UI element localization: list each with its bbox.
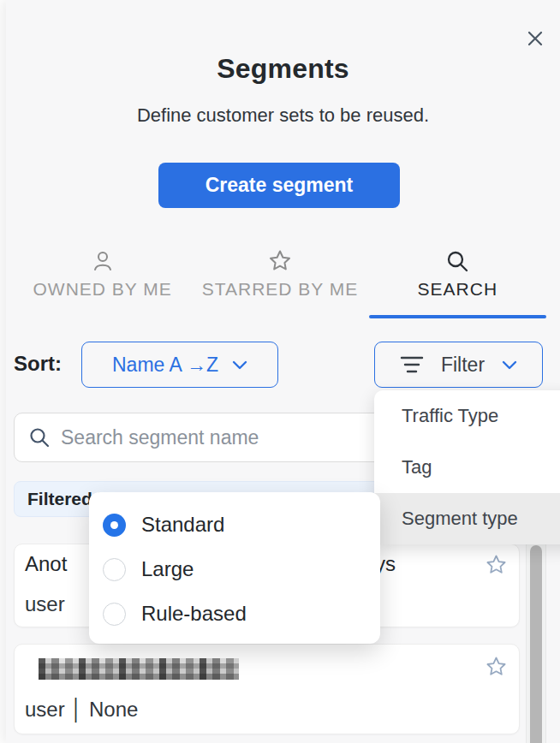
segments-panel-screen: Segments Define customer sets to be reus… [0, 0, 560, 743]
page-subtitle: Define customer sets to be reused. [6, 104, 560, 127]
star-toggle-icon[interactable] [485, 554, 508, 577]
radio-unselected-icon [103, 558, 126, 581]
active-tab-underline [369, 315, 546, 318]
close-icon [527, 31, 543, 46]
redacted-segment-name [39, 658, 239, 680]
person-icon [91, 247, 115, 276]
radio-label: Rule-based [141, 602, 247, 626]
radio-label: Standard [141, 513, 224, 537]
search-icon [445, 247, 469, 276]
segment-meta: user │ None [25, 698, 138, 722]
scrollbar-thumb[interactable] [530, 545, 542, 743]
segment-list-item[interactable]: user │ None [14, 644, 520, 734]
radio-option-rule-based[interactable]: Rule-based [103, 597, 366, 631]
search-icon [28, 426, 51, 449]
sort-label: Sort: [14, 352, 62, 376]
segment-name-fragment: Anot [25, 552, 67, 576]
page-title: Segments [6, 53, 560, 85]
star-toggle-icon[interactable] [485, 656, 508, 679]
chevron-down-icon [232, 360, 247, 370]
radio-selected-icon [103, 514, 126, 537]
tab-owned-by-me[interactable]: OWNED BY ME [14, 247, 191, 318]
filter-button-label: Filter [441, 354, 485, 377]
radio-option-standard[interactable]: Standard [103, 508, 366, 542]
sort-dropdown[interactable]: Name A →Z [81, 342, 278, 388]
filter-dropdown-button[interactable]: Filter [374, 342, 543, 388]
menu-item-segment-type[interactable]: Segment type [374, 493, 560, 544]
tab-label: SEARCH [418, 279, 498, 300]
radio-option-large[interactable]: Large [103, 552, 366, 586]
radio-label: Large [141, 557, 194, 581]
segment-type-popup: Standard Large Rule-based [89, 492, 380, 644]
tab-bar: OWNED BY ME STARRED BY ME SEARCH [14, 247, 546, 318]
segments-side-panel: Segments Define customer sets to be reus… [6, 0, 560, 743]
sort-dropdown-value: Name A →Z [112, 354, 218, 377]
tab-starred-by-me[interactable]: STARRED BY ME [191, 247, 368, 318]
menu-item-tag[interactable]: Tag [374, 442, 560, 493]
menu-item-traffic-type[interactable]: Traffic Type [374, 390, 560, 442]
filter-dropdown-menu: Traffic Type Tag Segment type [374, 390, 560, 544]
create-segment-button[interactable]: Create segment [158, 163, 400, 208]
tab-search[interactable]: SEARCH [369, 247, 546, 318]
tab-label: OWNED BY ME [33, 279, 172, 300]
segment-meta: user [25, 592, 65, 616]
filter-lines-icon [400, 355, 424, 374]
star-icon [267, 247, 293, 276]
radio-unselected-icon [103, 603, 126, 626]
chevron-down-icon [502, 360, 517, 370]
tab-label: STARRED BY ME [202, 279, 359, 300]
close-button[interactable] [524, 27, 546, 50]
